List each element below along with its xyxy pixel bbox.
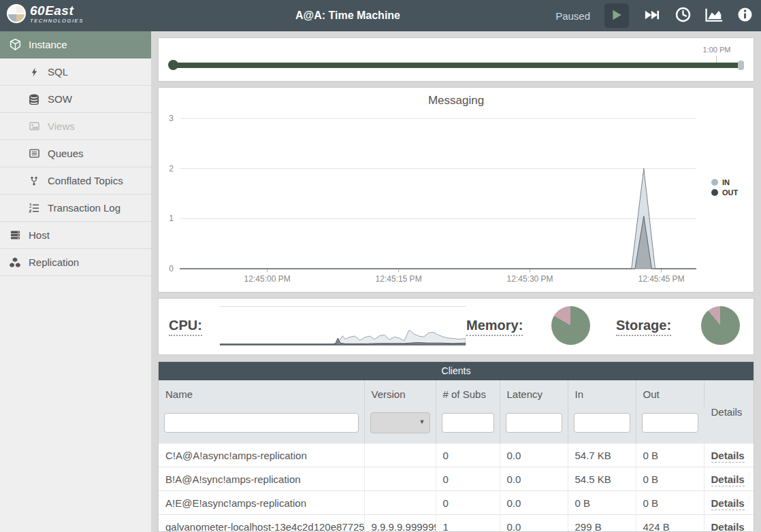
- sidebar-item-transaction-log[interactable]: Transaction Log: [0, 195, 151, 222]
- legend-item-out: OUT: [711, 188, 738, 197]
- svg-text:12:45:30 PM: 12:45:30 PM: [507, 274, 553, 284]
- sidebar-item-instance[interactable]: Instance: [0, 31, 151, 59]
- legend-item-in: IN: [711, 178, 738, 186]
- timeline-tick-mark: [716, 56, 717, 63]
- image-icon: [27, 121, 41, 132]
- sidebar-item-sql[interactable]: SQL: [0, 59, 151, 86]
- time-history-button[interactable]: [675, 7, 691, 24]
- cell-in: 54.5 KB: [568, 467, 636, 491]
- sidebar-item-views: Views: [0, 113, 151, 140]
- details-link[interactable]: Details: [711, 450, 745, 463]
- cpu-sparkline-chart: [220, 306, 466, 346]
- fast-forward-icon: [643, 9, 661, 23]
- storage-pie-chart: [701, 306, 740, 345]
- timeline-slider[interactable]: [170, 63, 743, 68]
- chart-legend: IN OUT: [711, 178, 738, 197]
- cell-subs: 0: [436, 444, 500, 467]
- sidebar-item-conflated-topics[interactable]: Conflated Topics: [0, 167, 151, 195]
- cell-latency: 0.0: [500, 491, 568, 515]
- column-header-in[interactable]: In: [568, 380, 636, 408]
- cell-version: [364, 444, 436, 467]
- messaging-chart: 012312:45:00 PM12:45:15 PM12:45:30 PM12:…: [159, 88, 754, 290]
- memory-label: Memory:: [466, 318, 523, 336]
- timeline-slider-right-handle[interactable]: [738, 61, 744, 70]
- fast-forward-button[interactable]: [643, 9, 661, 23]
- svg-text:12:45:15 PM: 12:45:15 PM: [376, 274, 422, 284]
- svg-text:1: 1: [169, 214, 174, 223]
- list-box-icon: [27, 148, 41, 159]
- column-header-version[interactable]: Version: [364, 380, 436, 408]
- cell-name: A!E@E!async!amps-replication: [159, 491, 364, 515]
- app-logo[interactable]: 60East TECHNOLOGIES: [7, 4, 84, 24]
- play-button[interactable]: [604, 3, 629, 28]
- cell-version: 9.9.9.9.999999: [364, 515, 436, 532]
- clients-panel: Clients Name Version # of Subs Latency I…: [158, 361, 754, 532]
- cell-name: B!A@A!sync!amps-replication: [159, 467, 364, 491]
- sidebar-item-sow[interactable]: SOW: [0, 86, 151, 113]
- storage-label: Storage:: [616, 318, 671, 336]
- legend-in-label: IN: [722, 178, 730, 186]
- sidebar-item-label: SOW: [48, 93, 72, 105]
- column-header-out[interactable]: Out: [636, 380, 704, 408]
- cell-in: 54.7 KB: [568, 444, 636, 467]
- cell-version: [364, 467, 436, 491]
- legend-out-dot: [711, 189, 718, 196]
- sidebar-item-queues[interactable]: Queues: [0, 140, 151, 167]
- area-chart-icon: [705, 8, 723, 24]
- details-link[interactable]: Details: [711, 521, 745, 532]
- server-icon: [8, 230, 22, 241]
- cube-icon: [8, 39, 22, 50]
- cpu-label: CPU:: [169, 318, 202, 336]
- cell-subs: 0: [436, 467, 500, 491]
- table-row: A!E@E!async!amps-replication00.00 B0 BDe…: [159, 491, 754, 515]
- column-header-details: Details: [704, 380, 754, 444]
- details-link[interactable]: Details: [711, 497, 745, 510]
- version-filter-select[interactable]: ▼: [370, 412, 430, 433]
- cubes-icon: [8, 257, 22, 268]
- cell-details: Details: [704, 467, 754, 491]
- clients-table-title: Clients: [159, 362, 754, 380]
- logo-primary-text: 60East: [30, 4, 84, 17]
- sidebar-item-replication[interactable]: Replication: [0, 249, 151, 276]
- logo-globe-icon: [7, 4, 26, 23]
- timeline-panel: 1:00 PM: [158, 37, 754, 82]
- details-link[interactable]: Details: [711, 473, 745, 486]
- sidebar-item-label: Queues: [48, 148, 84, 159]
- subs-filter-input[interactable]: [442, 413, 494, 433]
- legend-out-label: OUT: [722, 188, 738, 197]
- column-header-name[interactable]: Name: [159, 380, 364, 408]
- resources-panel: CPU: Memory: Storage:: [158, 298, 754, 355]
- sidebar-item-label: Transaction Log: [48, 202, 120, 214]
- charts-view-button[interactable]: [705, 8, 723, 24]
- name-filter-input[interactable]: [164, 413, 359, 433]
- in-filter-input[interactable]: [574, 413, 630, 433]
- cell-in: 0 B: [568, 491, 636, 515]
- latency-filter-input[interactable]: [506, 413, 562, 433]
- timeline-tick-label: 1:00 PM: [699, 46, 734, 54]
- sidebar-item-host[interactable]: Host: [0, 222, 151, 249]
- legend-in-dot: [711, 179, 718, 186]
- memory-pie-chart: [551, 306, 590, 345]
- svg-text:2: 2: [169, 164, 174, 173]
- out-filter-input[interactable]: [642, 413, 699, 433]
- cell-details: Details: [704, 515, 754, 532]
- cell-out: 0 B: [636, 467, 704, 491]
- column-header-latency[interactable]: Latency: [500, 380, 568, 408]
- table-row: galvanometer-localhost-13e4c2d120e877253…: [159, 515, 754, 532]
- playback-status: Paused: [555, 10, 590, 22]
- column-header-subs[interactable]: # of Subs: [436, 380, 500, 408]
- svg-text:12:45:45 PM: 12:45:45 PM: [638, 274, 685, 284]
- timeline-slider-left-handle[interactable]: [168, 60, 178, 70]
- sidebar-item-label: Replication: [29, 256, 79, 268]
- info-button[interactable]: [737, 7, 753, 24]
- cell-latency: 0.0: [500, 444, 568, 467]
- clients-table: Name Version # of Subs Latency In Out De…: [159, 380, 754, 532]
- cell-out: 0 B: [636, 444, 704, 467]
- cell-name: C!A@A!async!amps-replication: [159, 444, 364, 467]
- play-icon: [611, 9, 623, 23]
- ordered-list-icon: [27, 203, 41, 214]
- chevron-down-icon: ▼: [419, 418, 425, 425]
- cell-subs: 1: [436, 515, 500, 532]
- table-row: B!A@A!sync!amps-replication00.054.5 KB0 …: [159, 467, 754, 491]
- cell-out: 0 B: [636, 491, 704, 515]
